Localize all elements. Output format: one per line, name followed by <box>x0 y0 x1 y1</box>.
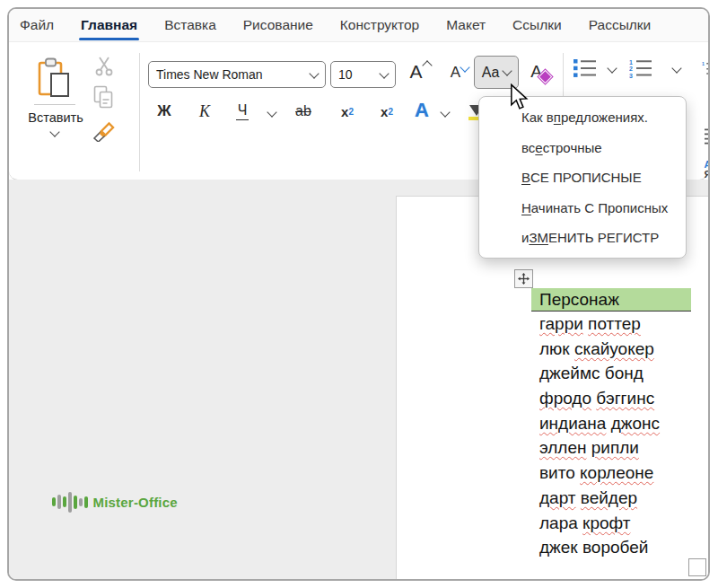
table-row[interactable]: джек воробей <box>531 535 691 560</box>
active-tab-underline <box>79 38 139 40</box>
table-cell-word: индиана <box>539 414 606 433</box>
table-cell-word: лара <box>539 513 578 532</box>
tab-insert[interactable]: Вставка <box>162 12 218 39</box>
table-cell-word: джеймс <box>539 364 600 382</box>
table-cell-word: скайуокер <box>574 339 654 358</box>
table-row[interactable]: дарт вейдер <box>531 486 691 511</box>
table-cell-word: бэггинс <box>596 389 654 408</box>
table-resize-handle[interactable] <box>688 558 706 576</box>
svg-text:1: 1 <box>629 59 633 66</box>
table-cell-word: джек <box>539 538 578 557</box>
table-rows: гарри поттерлюк скайуокерджеймс бондфрод… <box>531 312 691 560</box>
bullet-list-button[interactable] <box>573 57 598 80</box>
table-header-cell[interactable]: Персонаж <box>531 288 691 312</box>
format-painter-icon <box>92 117 117 142</box>
table-cell-word: фродо <box>539 389 591 408</box>
tab-mailings[interactable]: Рассылки <box>587 12 653 39</box>
table-move-handle[interactable] <box>514 269 533 288</box>
tab-layout[interactable]: Макет <box>444 12 487 39</box>
character-table[interactable]: Персонаж гарри поттерлюк скайуокерджеймс… <box>531 288 691 560</box>
table-cell-word: рипли <box>591 438 639 457</box>
table-row[interactable]: эллен рипли <box>531 435 691 461</box>
font-size-combobox[interactable]: 10 <box>330 61 396 88</box>
justify-button-partial[interactable] <box>705 123 710 150</box>
bold-button[interactable]: Ж <box>151 98 178 125</box>
case-menu-item-1[interactable]: все строчные <box>479 133 686 163</box>
paste-dropdown-chevron[interactable] <box>49 127 59 136</box>
table-row[interactable]: лара крофт <box>531 511 691 536</box>
logo-bars-icon <box>52 489 88 514</box>
grow-font-caret-icon <box>422 60 432 70</box>
table-row[interactable]: гарри поттер <box>531 312 691 337</box>
tab-draw[interactable]: Рисование <box>241 12 315 39</box>
text-effects-chevron[interactable] <box>440 107 450 117</box>
cut-button[interactable] <box>92 55 116 78</box>
logo-text: Mister-Office <box>93 495 178 510</box>
svg-text:3: 3 <box>629 73 633 79</box>
mister-office-logo: Mister-Office <box>52 489 178 514</box>
tab-file[interactable]: Файл <box>18 12 56 39</box>
case-menu-item-3[interactable]: Начинать С Прописных <box>479 193 686 224</box>
clear-formatting-button[interactable]: A <box>525 57 556 87</box>
paste-label[interactable]: Вставить <box>14 110 97 125</box>
superscript-button[interactable]: x2 <box>373 98 400 125</box>
table-cell-word: крофт <box>582 513 630 532</box>
multilevel-list-button[interactable]: 1 <box>702 57 710 80</box>
font-name-chevron[interactable] <box>309 68 319 78</box>
svg-text:1: 1 <box>702 61 705 66</box>
table-cell-word: корлеоне <box>580 463 653 482</box>
table-cell-word: дарт <box>539 488 576 507</box>
clipboard-icon <box>36 57 72 101</box>
case-menu-item-2[interactable]: ВСЕ ПРОПИСНЫЕ <box>479 162 686 193</box>
group-separator <box>139 53 140 171</box>
table-cell-word: люк <box>539 339 570 358</box>
table-row[interactable]: индиана джонс <box>531 411 691 436</box>
tab-references[interactable]: Ссылки <box>511 12 564 39</box>
grow-font-button[interactable]: A <box>405 57 435 87</box>
table-cell-word: джонс <box>611 414 660 433</box>
table-row[interactable]: вито корлеоне <box>531 461 691 486</box>
italic-button[interactable]: K <box>192 98 217 125</box>
text-effects-button[interactable]: A <box>407 96 436 125</box>
copy-button[interactable] <box>92 83 117 110</box>
font-name-value: Times New Roman <box>156 67 311 82</box>
underline-button[interactable]: Ч <box>231 98 254 125</box>
ribbon-tab-bar: Файл Главная Вставка Рисование Конструкт… <box>9 9 708 42</box>
move-icon <box>518 273 530 285</box>
table-cell-word: вейдер <box>581 488 637 507</box>
numbered-list-icon: 1 2 3 <box>629 58 652 78</box>
font-name-combobox[interactable]: Times New Roman <box>148 61 326 88</box>
table-cell-word: вито <box>539 463 575 482</box>
tab-design[interactable]: Конструктор <box>338 12 421 39</box>
bullet-list-chevron[interactable] <box>607 63 617 73</box>
justify-icon <box>705 127 710 146</box>
change-case-chevron-icon <box>503 66 512 75</box>
table-cell-word: бонд <box>605 364 644 382</box>
sort-button-partial[interactable]: А Я <box>700 157 710 182</box>
case-menu-item-4[interactable]: иЗМЕНИТЬ РЕГИСТР <box>479 223 686 253</box>
format-painter-button[interactable] <box>90 116 118 143</box>
table-row[interactable]: люк скайуокер <box>531 337 691 362</box>
numbered-list-chevron[interactable] <box>671 63 681 73</box>
table-cell-word: гарри <box>539 314 583 333</box>
strikethrough-button[interactable]: ab <box>289 98 318 125</box>
font-size-chevron[interactable] <box>379 68 389 78</box>
underline-chevron[interactable] <box>267 107 276 117</box>
shrink-font-button[interactable]: A <box>445 58 474 87</box>
multilevel-list-icon: 1 <box>702 58 710 78</box>
tab-home[interactable]: Главная <box>79 12 139 39</box>
font-size-value: 10 <box>338 67 381 82</box>
change-case-menu: Как в предложениях.все строчныеВСЕ ПРОПИ… <box>478 96 687 259</box>
table-row[interactable]: фродо бэггинс <box>531 386 691 411</box>
table-row[interactable]: джеймс бонд <box>531 361 691 386</box>
bullet-list-icon <box>574 58 597 78</box>
copy-icon <box>93 85 115 110</box>
scissors-icon <box>95 57 113 76</box>
subscript-button[interactable]: x2 <box>334 98 361 125</box>
shrink-font-caret-icon <box>460 62 470 72</box>
table-cell-word: эллен <box>539 438 587 457</box>
paste-button[interactable] <box>34 56 74 102</box>
numbered-list-button[interactable]: 1 2 3 <box>628 57 653 80</box>
paste-divider <box>34 104 75 105</box>
application-frame: Файл Главная Вставка Рисование Конструкт… <box>7 7 710 581</box>
